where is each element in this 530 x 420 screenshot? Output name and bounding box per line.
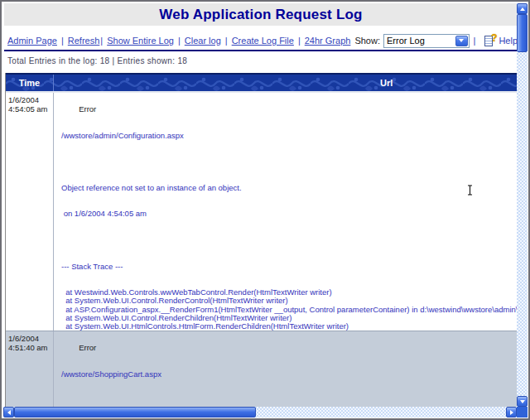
log-row: 1/6/2004 4:54:05 am Error /wwstore/admin…: [6, 91, 518, 331]
header-damask-pattern: [6, 75, 518, 91]
nav-link-24hr-graph[interactable]: 24hr Graph: [305, 36, 351, 46]
log-detail-cell: Error /wwstore/ShoppingCart.aspx Externa…: [54, 331, 518, 408]
request-log-table: Time Url 1/6/2004 4:54:05 am Error /wwst…: [5, 73, 518, 408]
show-label: Show:: [354, 36, 380, 46]
scroll-left-button[interactable]: [3, 407, 14, 418]
divider-rule: [4, 50, 518, 51]
page-title: Web Application Request Log: [159, 7, 362, 23]
nav-link-admin-page[interactable]: Admin Page: [7, 36, 57, 46]
nav-separator: |: [61, 36, 64, 46]
chevron-down-icon: [459, 39, 464, 42]
nav-separator: |: [100, 36, 103, 46]
log-detail-cell: Error /wwstore/admin/Configuration.aspx …: [54, 93, 518, 331]
log-type-select[interactable]: Error Log: [383, 34, 470, 48]
scroll-right-button[interactable]: [506, 407, 517, 418]
error-message: Object reference not set to an instance …: [61, 184, 518, 192]
log-type-selected-value: Error Log: [384, 36, 425, 46]
log-time-cell: 1/6/2004 4:54:05 am: [6, 93, 54, 331]
vertical-scrollbar[interactable]: [517, 3, 528, 407]
nav-bar: Admin Page | Refresh | Show Entire Log |…: [7, 32, 518, 49]
stack-trace-header: --- Stack Trace ---: [61, 263, 518, 271]
nav-separator: |: [298, 36, 301, 46]
help-group: ? Help: [484, 35, 518, 47]
nav-link-clear-log[interactable]: Clear log: [185, 36, 221, 46]
arrow-right-icon: [510, 410, 513, 415]
nav-link-create-log-file[interactable]: Create Log File: [232, 36, 294, 46]
error-message-block: Object reference not set to an instance …: [61, 167, 518, 235]
text-cursor-pointer: [466, 185, 474, 196]
help-icon[interactable]: ?: [484, 35, 495, 47]
log-time-cell: 1/6/2004 4:51:40 am: [6, 331, 54, 408]
error-timestamp: on 1/6/2004 4:54:05 am: [61, 210, 518, 218]
entries-status: Total Entries in the log: 18 | Entries s…: [7, 56, 513, 65]
column-header-time: Time: [6, 75, 54, 91]
select-dropdown-button[interactable]: [455, 36, 468, 46]
app-window: Web Application Request Log Admin Page |…: [0, 0, 530, 420]
nav-separator: |: [178, 36, 181, 46]
horizontal-scrollbar-thumb[interactable]: [14, 407, 256, 418]
vertical-scrollbar-thumb[interactable]: [517, 14, 528, 52]
log-type-label: Error: [79, 104, 96, 113]
arrow-down-icon: [520, 400, 525, 403]
log-type-label: Error: [79, 343, 96, 352]
horizontal-scrollbar[interactable]: [3, 407, 517, 418]
scroll-down-button[interactable]: [517, 396, 528, 407]
table-header-row: Time Url: [6, 73, 518, 91]
vertical-scrollbar-track[interactable]: [517, 3, 528, 407]
nav-separator: |: [474, 36, 476, 46]
scrollbar-corner: [517, 407, 528, 418]
nav-link-help[interactable]: Help: [499, 36, 518, 46]
arrow-up-icon: [520, 7, 525, 11]
log-url-link[interactable]: /wwstore/admin/Configuration.aspx: [61, 132, 518, 140]
nav-link-show-entire-log[interactable]: Show Entire Log: [107, 36, 174, 46]
log-row: 1/6/2004 4:51:40 am Error /wwstore/Shopp…: [6, 331, 518, 408]
title-bar: Web Application Request Log: [4, 3, 518, 26]
nav-link-refresh[interactable]: Refresh: [68, 36, 100, 46]
scroll-up-button[interactable]: [517, 3, 528, 14]
log-url-link[interactable]: /wwstore/ShoppingCart.aspx: [61, 370, 518, 379]
stack-trace-lines: at Westwind.Web.Controls.wwWebTabControl…: [61, 288, 518, 331]
help-question-glyph: ?: [491, 32, 497, 44]
arrow-left-icon: [7, 410, 11, 415]
nav-separator: |: [225, 36, 228, 46]
column-header-url: Url: [380, 75, 393, 91]
